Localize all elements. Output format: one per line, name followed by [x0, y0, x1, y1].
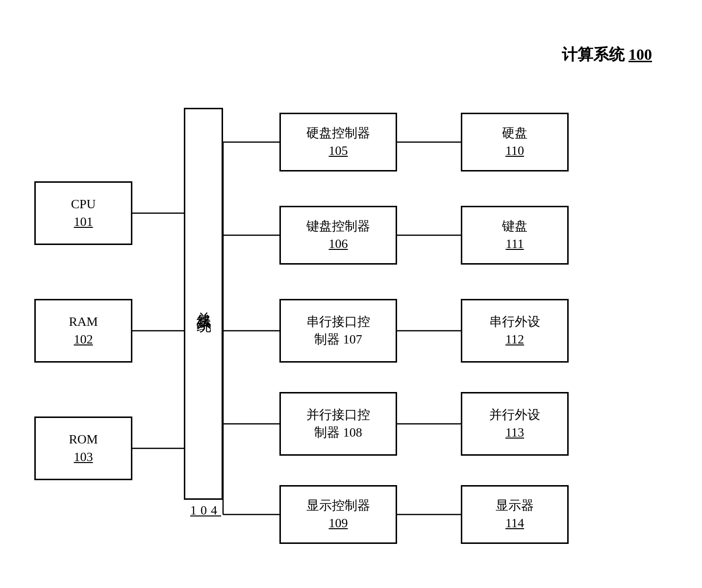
ctrl-display-box: 显示控制器 109 [279, 485, 397, 544]
ctrl-hd-box: 硬盘控制器 105 [279, 113, 397, 172]
dev-display-label: 显示器 [496, 497, 534, 514]
bus-label: 总线系统 [194, 300, 214, 308]
dev-serial-label: 串行外设 [489, 313, 540, 331]
dev-kb-box: 键盘 111 [461, 206, 569, 265]
ram-label: RAM [69, 313, 98, 331]
dev-hd-label: 硬盘 [502, 124, 527, 142]
title-num: 100 [628, 46, 652, 63]
dev-hd-box: 硬盘 110 [461, 113, 569, 172]
rom-box: ROM 103 [34, 416, 132, 480]
dev-hd-num: 110 [505, 142, 524, 160]
ram-box: RAM 102 [34, 299, 132, 363]
dev-kb-label: 键盘 [502, 218, 527, 235]
rom-num: 103 [74, 448, 93, 466]
bus-bar: 总线系统 104 [184, 108, 223, 500]
cpu-box: CPU 101 [34, 181, 132, 245]
ctrl-display-label: 显示控制器 [306, 497, 370, 514]
dev-serial-box: 串行外设 112 [461, 299, 569, 363]
ram-num: 102 [74, 331, 93, 348]
title-text: 计算系统 [562, 46, 628, 63]
ctrl-kb-num: 106 [329, 235, 348, 253]
dev-parallel-box: 并行外设 113 [461, 392, 569, 456]
bus-num: 104 [190, 503, 221, 518]
dev-parallel-num: 113 [505, 424, 524, 441]
ctrl-parallel-box: 并行接口控制器 108 [279, 392, 397, 456]
dev-serial-num: 112 [505, 331, 524, 348]
ctrl-kb-box: 键盘控制器 106 [279, 206, 397, 265]
ctrl-serial-box: 串行接口控制器 107 [279, 299, 397, 363]
cpu-label: CPU [71, 196, 96, 213]
dev-display-box: 显示器 114 [461, 485, 569, 544]
ctrl-hd-num: 105 [329, 142, 348, 160]
ctrl-parallel-label: 并行接口控制器 108 [306, 406, 370, 442]
ctrl-display-num: 109 [329, 514, 348, 532]
diagram: 计算系统 100 CPU 101 RAM 102 ROM 103 总线系统 10… [20, 39, 681, 568]
dev-display-num: 114 [505, 514, 524, 532]
rom-label: ROM [69, 431, 98, 448]
cpu-num: 101 [74, 213, 93, 231]
title: 计算系统 100 [562, 44, 652, 66]
dev-kb-num: 111 [505, 235, 524, 253]
dev-parallel-label: 并行外设 [489, 406, 540, 424]
ctrl-kb-label: 键盘控制器 [306, 218, 370, 235]
ctrl-serial-label: 串行接口控制器 107 [306, 313, 370, 349]
ctrl-hd-label: 硬盘控制器 [306, 124, 370, 142]
